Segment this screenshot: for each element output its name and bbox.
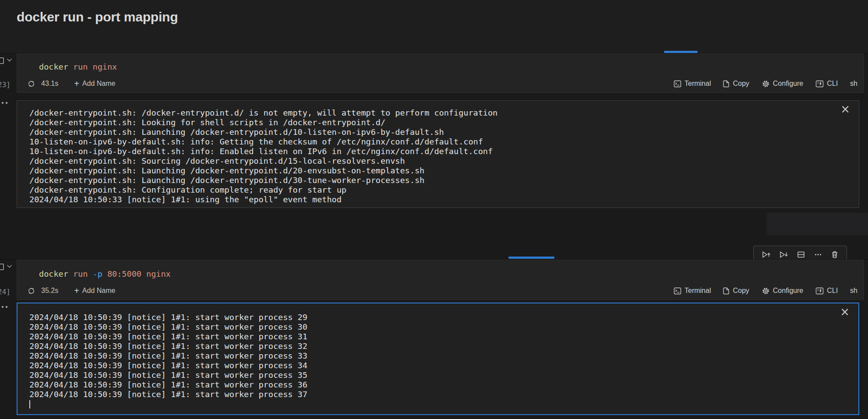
- plus-icon: +: [74, 80, 79, 88]
- rerun-icon[interactable]: [28, 80, 35, 88]
- copy-button[interactable]: Copy: [723, 287, 749, 295]
- terminal-button[interactable]: Terminal: [674, 287, 711, 295]
- log-line: /docker-entrypoint.sh: /docker-entrypoin…: [29, 108, 841, 118]
- log-line: 10-listen-on-ipv6-by-default.sh: info: E…: [29, 147, 841, 156]
- log-line: 2024/04/18 10:50:39 [notice] 1#1: start …: [29, 342, 841, 351]
- close-icon[interactable]: ×: [840, 306, 850, 317]
- log-line: 2024/04/18 10:50:39 [notice] 1#1: start …: [29, 370, 841, 380]
- output-gutter-dots-icon: [2, 306, 7, 308]
- gear-icon: [762, 287, 770, 295]
- language-picker[interactable]: sh: [850, 80, 857, 88]
- log-line: /docker-entrypoint.sh: Launching /docker…: [29, 127, 841, 137]
- log-line: /docker-entrypoint.sh: Sourcing /docker-…: [29, 156, 841, 166]
- log-line: 2024/04/18 10:50:39 [notice] 1#1: start …: [29, 351, 841, 361]
- close-icon[interactable]: ×: [840, 103, 850, 115]
- cell-output-1: /docker-entrypoint.sh: /docker-entrypoin…: [17, 100, 859, 208]
- log-line: 2024/04/18 10:50:39 [notice] 1#1: start …: [29, 313, 841, 322]
- output-gutter-dots-icon: [2, 102, 7, 104]
- cell-bracket-icon: [0, 264, 4, 270]
- text-cursor: [29, 400, 30, 408]
- code-token: run: [73, 269, 93, 278]
- gear-icon: [762, 80, 770, 88]
- language-picker[interactable]: sh: [850, 287, 857, 295]
- code-cell-1[interactable]: docker run nginx 43.1s + Add Name: [17, 53, 864, 93]
- duration-label: 43.1s: [41, 80, 58, 88]
- log-line: /docker-entrypoint.sh: Launching /docker…: [29, 166, 841, 176]
- log-line: 2024/04/18 10:50:39 [notice] 1#1: start …: [29, 380, 841, 390]
- log-line: 2024/04/18 10:50:39 [notice] 1#1: start …: [29, 322, 841, 332]
- code-cell-2[interactable]: docker run -p 80:5000 nginx 35.2s + Add …: [17, 260, 864, 300]
- copy-icon: [723, 287, 730, 295]
- page-title: docker run - port mapping: [17, 10, 178, 25]
- rerun-icon[interactable]: [28, 287, 35, 295]
- log-line: 2024/04/18 10:50:33 [notice] 1#1: using …: [29, 195, 841, 204]
- cell-insert-indicator[interactable]: [508, 257, 554, 259]
- log-line: 10-listen-on-ipv6-by-default.sh: info: G…: [29, 137, 841, 147]
- log-line: 2024/04/18 10:50:39 [notice] 1#1: start …: [29, 361, 841, 370]
- log-line: /docker-entrypoint.sh: Launching /docker…: [29, 176, 841, 185]
- terminal-icon: [674, 80, 681, 88]
- configure-button[interactable]: Configure: [762, 287, 803, 295]
- hover-highlight: [766, 213, 868, 235]
- cell-output-2[interactable]: 2024/04/18 10:50:39 [notice] 1#1: start …: [17, 303, 859, 415]
- log-line: /docker-entrypoint.sh: Looking for shell…: [29, 118, 841, 127]
- code-token: docker: [39, 269, 73, 278]
- split-cell-icon[interactable]: [797, 250, 805, 259]
- cli-button[interactable]: CLI: [815, 287, 838, 295]
- cli-icon: [815, 287, 824, 295]
- execution-count: 23]: [0, 81, 11, 89]
- terminal-icon: [674, 287, 681, 295]
- terminal-button[interactable]: Terminal: [674, 80, 711, 88]
- cell-bracket-icon: [0, 57, 4, 64]
- execution-count: 24]: [0, 288, 11, 296]
- copy-button[interactable]: Copy: [723, 80, 749, 88]
- cli-button[interactable]: CLI: [815, 80, 838, 88]
- code-token: 80:5000 nginx: [107, 269, 171, 278]
- chevron-down-icon[interactable]: [7, 264, 12, 268]
- duration-label: 35.2s: [41, 287, 58, 295]
- configure-button[interactable]: Configure: [762, 80, 803, 88]
- code-token: -p: [93, 269, 107, 278]
- header-band: [0, 0, 868, 53]
- add-name-button[interactable]: + Add Name: [74, 287, 115, 295]
- plus-icon: +: [74, 287, 79, 295]
- log-line: 2024/04/18 10:50:39 [notice] 1#1: start …: [29, 332, 841, 342]
- code-editor[interactable]: docker run -p 80:5000 nginx: [39, 269, 171, 279]
- code-editor[interactable]: docker run nginx: [39, 62, 117, 72]
- run-below-icon[interactable]: [779, 250, 788, 259]
- log-lines: /docker-entrypoint.sh: /docker-entrypoin…: [29, 108, 841, 204]
- copy-icon: [723, 80, 730, 88]
- code-token: docker: [39, 62, 73, 71]
- add-name-button[interactable]: + Add Name: [74, 80, 115, 88]
- cli-icon: [815, 80, 824, 88]
- log-lines: 2024/04/18 10:50:39 [notice] 1#1: start …: [29, 313, 841, 399]
- log-line: /docker-entrypoint.sh: Configuration com…: [29, 185, 841, 195]
- code-token: run nginx: [73, 62, 117, 71]
- run-above-icon[interactable]: [762, 250, 771, 259]
- trash-icon[interactable]: [831, 250, 839, 259]
- log-line: 2024/04/18 10:50:39 [notice] 1#1: start …: [29, 390, 841, 399]
- chevron-down-icon[interactable]: [7, 58, 12, 62]
- more-actions-icon[interactable]: [814, 250, 822, 259]
